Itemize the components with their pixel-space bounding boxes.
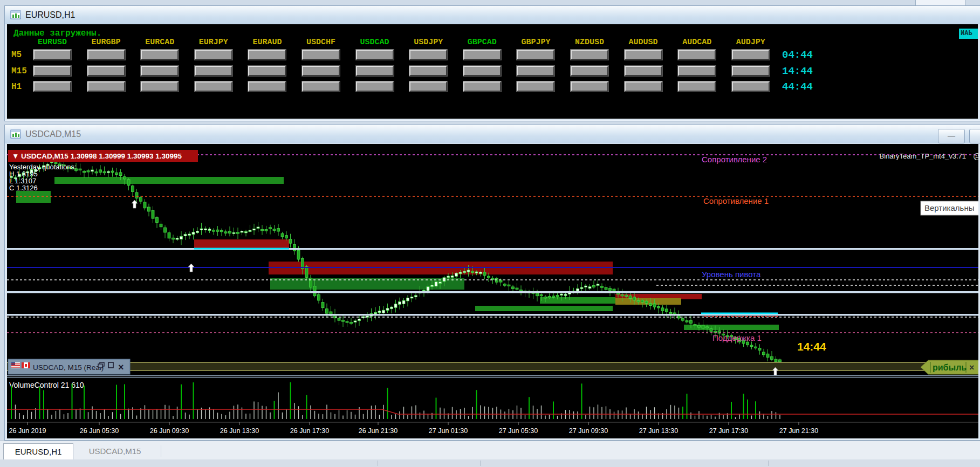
indicator-name: BinaryTeam_TP_mt4_v3.71: [880, 152, 966, 160]
signal-button-eurusd-m5[interactable]: [33, 50, 71, 60]
window-title: EURUSD,H1: [25, 10, 75, 20]
signal-button-eurcad-m15[interactable]: [141, 66, 179, 76]
signal-button-nzdusd-m5[interactable]: [571, 50, 608, 60]
signal-button-audcad-h1[interactable]: [678, 81, 716, 92]
signal-button-eurjpy-h1[interactable]: [195, 81, 232, 92]
signal-button-eurgbp-h1[interactable]: [87, 81, 125, 92]
signal-button-gbpjpy-m15[interactable]: [517, 66, 554, 76]
pair-header-usdchf: USDCHF: [295, 38, 347, 47]
signal-button-nzdusd-h1[interactable]: [571, 81, 608, 92]
chart-window-icon: [10, 10, 21, 20]
svg-text:C 1.3126: C 1.3126: [9, 184, 38, 192]
profit-badge-label: рибыль: [933, 363, 967, 372]
mini-window-titlebar[interactable]: USDCAD, M15 (Real)×: [8, 359, 130, 374]
signal-button-eurusd-h1[interactable]: [33, 81, 71, 92]
zone-green-left-small: [16, 191, 51, 203]
profit-badge[interactable]: рибыль×: [921, 360, 978, 374]
olive-band: [7, 362, 978, 370]
signal-button-eurgbp-m5[interactable]: [87, 50, 125, 60]
signal-button-eurjpy-m5[interactable]: [195, 50, 232, 60]
tab-usdcad-m15[interactable]: USDCAD,M15: [74, 443, 155, 459]
signal-button-eurjpy-m15[interactable]: [195, 66, 232, 76]
signal-button-audcad-m15[interactable]: [678, 66, 716, 76]
corner-badge[interactable]: ИАЬ: [959, 29, 978, 39]
zone-green-right: [540, 297, 615, 304]
signal-button-usdchf-h1[interactable]: [302, 81, 340, 92]
signal-button-audjpy-m15[interactable]: [732, 66, 770, 76]
signal-button-gbpcad-h1[interactable]: [463, 81, 501, 92]
pair-header-euraud: EURAUD: [241, 38, 293, 47]
signal-button-usdcad-m5[interactable]: [356, 50, 394, 60]
quote-bar: ▼ USDCAD,M15 1.30998 1.30999 1.30993 1.3…: [8, 150, 198, 162]
time-axis-label: 26 Jun 09:30: [150, 427, 189, 435]
signal-button-eurusd-m15[interactable]: [33, 66, 71, 76]
signal-button-gbpjpy-h1[interactable]: [517, 81, 554, 92]
signal-button-gbpjpy-m5[interactable]: [517, 50, 554, 60]
usdcad-titlebar[interactable]: USDCAD,M15: [5, 125, 980, 143]
pair-header-audjpy: AUDJPY: [725, 38, 777, 47]
signal-button-eurcad-h1[interactable]: [141, 81, 179, 92]
signal-button-eurcad-m5[interactable]: [141, 50, 179, 60]
signal-button-euraud-m15[interactable]: [248, 66, 286, 76]
label-resistance-2: Сопротивление 2: [702, 155, 767, 164]
signal-panel: Данные загружены. ИАЬ EURUSDEURGBPEURCAD…: [7, 24, 978, 119]
pair-header-usdjpy: USDJPY: [402, 38, 454, 47]
zone-supply-green-top: [54, 177, 284, 184]
usdcad-chart-canvas[interactable]: ▼ USDCAD,M15 1.30998 1.30999 1.30993 1.3…: [7, 144, 978, 438]
usdcad-chart-area: ▼ USDCAD,M15 1.30998 1.30999 1.30993 1.3…: [7, 144, 978, 438]
time-axis-label: 26 Jun 2019: [9, 427, 46, 435]
signal-button-euraud-m5[interactable]: [248, 50, 286, 60]
signal-button-usdjpy-m15[interactable]: [409, 66, 447, 76]
label-support-1: Поддержка 1: [712, 333, 762, 342]
label-pivot-level: Уровень пивота: [702, 270, 761, 279]
pair-header-eurcad: EURCAD: [134, 38, 186, 47]
signal-button-usdcad-h1[interactable]: [356, 81, 394, 92]
signal-button-audusd-m5[interactable]: [625, 50, 662, 60]
minimize-button[interactable]: —: [938, 129, 965, 143]
signal-button-usdcad-m15[interactable]: [356, 66, 394, 76]
time-axis-label: 26 Jun 05:30: [80, 427, 119, 435]
signal-button-audusd-h1[interactable]: [625, 81, 662, 92]
chart-window-icon: [10, 129, 21, 139]
signal-button-audcad-m5[interactable]: [678, 50, 716, 60]
signal-button-usdchf-m15[interactable]: [302, 66, 340, 76]
signal-button-gbpcad-m15[interactable]: [463, 66, 501, 76]
mini-close-icon[interactable]: ×: [118, 362, 124, 373]
volume-pane: VolumeControl 21 610: [7, 381, 978, 419]
tooltip-vertical-lines: Вертикальны: [921, 201, 978, 215]
mt4-workspace: EURUSD,H1 Данные загружены. ИАЬ EURUSDEU…: [0, 0, 980, 467]
candle-timer-m15: 14:44: [782, 65, 813, 77]
window-title: USDCAD,M15: [25, 129, 81, 139]
pair-header-nzdusd: NZDUSD: [564, 38, 615, 47]
status-message: Данные загружены.: [13, 29, 101, 38]
timeframe-label-m15: M15: [11, 66, 27, 76]
tab-separator: [161, 445, 161, 457]
signal-button-audusd-m15[interactable]: [625, 66, 662, 76]
pair-header-audusd: AUDUSD: [618, 38, 669, 47]
profit-badge-close-icon[interactable]: ×: [969, 363, 974, 372]
signal-button-usdjpy-m5[interactable]: [409, 50, 447, 60]
candle-countdown: 14:44: [797, 340, 826, 353]
signal-button-usdjpy-h1[interactable]: [409, 81, 447, 92]
candle-timer-h1: 44:44: [782, 81, 813, 93]
time-axis-label: 26 Jun 21:30: [359, 427, 398, 435]
volume-label: VolumeControl 21 610: [9, 381, 84, 389]
signal-button-audjpy-h1[interactable]: [732, 81, 770, 92]
signal-button-euraud-h1[interactable]: [248, 81, 286, 92]
pair-header-gbpcad: GBPCAD: [456, 38, 508, 47]
time-axis-label: 27 Jun 05:30: [499, 427, 538, 435]
indicator-smiley-icon[interactable]: ☹: [973, 152, 978, 161]
pair-header-audcad: AUDCAD: [671, 38, 723, 47]
zone-olive-small: [615, 298, 681, 305]
zone-green-mid: [475, 306, 613, 311]
pair-header-usdcad: USDCAD: [349, 38, 401, 47]
signal-button-nzdusd-m15[interactable]: [571, 66, 608, 76]
signal-button-audjpy-m5[interactable]: [732, 50, 770, 60]
status-bar: [0, 459, 980, 467]
signal-button-gbpcad-m5[interactable]: [463, 50, 501, 60]
signal-button-eurgbp-m15[interactable]: [87, 66, 125, 76]
eurusd-titlebar[interactable]: EURUSD,H1: [5, 6, 980, 24]
maximize-button[interactable]: [969, 129, 980, 143]
signal-button-usdchf-m5[interactable]: [302, 50, 340, 60]
tab-eurusd-h1[interactable]: EURUSD,H1: [3, 443, 73, 460]
